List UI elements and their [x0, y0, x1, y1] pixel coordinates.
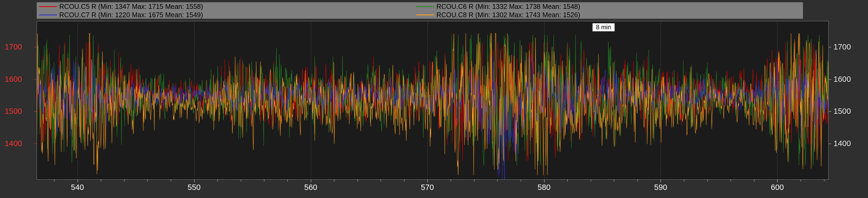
y-axis-tick-label-right: 1600: [834, 75, 851, 83]
plot-canvas[interactable]: [0, 0, 868, 198]
y-axis-tick-label-left: 1500: [2, 107, 22, 115]
legend-entry-label: RCOU.C8 R (Min: 1302 Max: 1743 Mean: 152…: [436, 11, 580, 19]
x-axis-tick-label: 600: [771, 184, 784, 191]
legend-entry-label: RCOU.C5 R (Min: 1347 Max: 1715 Mean: 155…: [59, 3, 203, 10]
y-axis-tick-label-right: 1700: [834, 43, 851, 51]
series-color-swatch-icon: [416, 6, 434, 7]
legend-entry[interactable]: RCOU.C8 R (Min: 1302 Max: 1743 Mean: 152…: [416, 11, 580, 19]
x-axis-tick-label: 580: [537, 184, 550, 191]
y-axis-tick-label-right: 1400: [834, 140, 851, 147]
time-annotation-label: 8 min: [596, 24, 611, 31]
legend-entry[interactable]: RCOU.C7 R (Min: 1220 Max: 1675 Mean: 154…: [39, 11, 203, 19]
y-axis-tick-label-right: 1500: [834, 107, 851, 115]
series-color-swatch-icon: [39, 14, 57, 15]
x-axis-tick-label: 550: [187, 184, 200, 191]
series-color-swatch-icon: [416, 14, 434, 15]
legend-entry-label: RCOU.C6 R (Min: 1332 Max: 1738 Mean: 154…: [436, 3, 580, 10]
x-axis-tick-label: 560: [304, 184, 317, 191]
legend-entry-label: RCOU.C7 R (Min: 1220 Max: 1675 Mean: 154…: [59, 11, 203, 19]
x-axis-tick-label: 570: [421, 184, 434, 191]
x-axis-tick-label: 540: [71, 184, 84, 191]
time-annotation: 8 min: [592, 23, 615, 31]
y-axis-tick-label-left: 1400: [2, 140, 22, 147]
series-color-swatch-icon: [39, 6, 57, 7]
log-graph-window: RCOU.C5 R (Min: 1347 Max: 1715 Mean: 155…: [0, 0, 868, 198]
y-axis-tick-label-left: 1700: [2, 43, 22, 51]
legend-entry[interactable]: RCOU.C5 R (Min: 1347 Max: 1715 Mean: 155…: [39, 2, 203, 11]
legend-entry[interactable]: RCOU.C6 R (Min: 1332 Max: 1738 Mean: 154…: [416, 2, 580, 11]
legend-bar: RCOU.C5 R (Min: 1347 Max: 1715 Mean: 155…: [37, 2, 803, 19]
x-axis-tick-label: 590: [654, 184, 667, 191]
y-axis-tick-label-left: 1600: [2, 75, 22, 83]
